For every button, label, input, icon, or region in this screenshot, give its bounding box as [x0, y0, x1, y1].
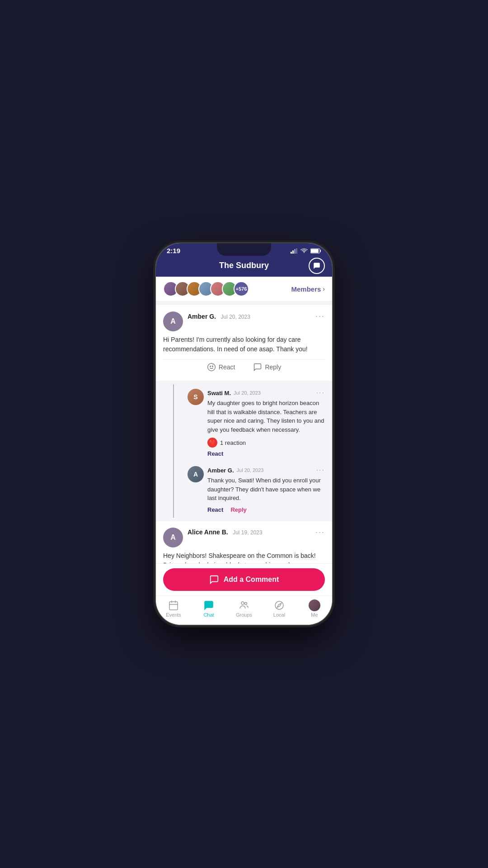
reply-1-more-button[interactable]: ···	[316, 389, 325, 397]
add-comment-button[interactable]: Add a Comment	[163, 568, 325, 591]
post-2-meta: Alice Anne B. Jul 19, 2023 ···	[188, 528, 325, 537]
post-1-meta: Amber G. Jul 20, 2023 ···	[188, 311, 325, 321]
battery-icon	[310, 248, 321, 254]
chat-nav-bubble-icon	[203, 600, 214, 611]
nav-events[interactable]: Events	[160, 599, 187, 618]
events-icon	[168, 599, 179, 611]
react-icon	[207, 363, 216, 372]
reply-2-reply-button[interactable]: Reply	[230, 506, 246, 513]
chat-bubble-icon	[313, 262, 321, 270]
post-1-reply-label: Reply	[265, 363, 281, 371]
reply-2-react-button[interactable]: React	[207, 506, 223, 513]
calendar-icon	[168, 600, 179, 611]
add-comment-label: Add a Comment	[224, 576, 279, 584]
replies-container-1: S Swati M. Jul 20, 2023 ··· My daughter …	[156, 384, 332, 518]
reply-2-content: Amber G. Jul 20, 2023 ··· Thank you, Swa…	[207, 466, 325, 513]
svg-rect-10	[169, 602, 178, 610]
reply-icon	[253, 363, 262, 372]
reply-2-text: Thank you, Swati! When did you enroll yo…	[207, 476, 325, 503]
members-button[interactable]: Members ›	[291, 285, 325, 293]
nav-me[interactable]: Me	[301, 599, 328, 618]
post-1-avatar: A	[163, 311, 183, 331]
svg-rect-0	[291, 252, 292, 254]
reply-1-text: My daughter goes to bright horizon beaco…	[207, 399, 325, 434]
me-label: Me	[311, 612, 318, 618]
post-1-more-button[interactable]: ···	[315, 311, 325, 321]
svg-rect-6	[311, 249, 319, 253]
events-label: Events	[166, 612, 181, 618]
groups-label: Groups	[236, 612, 252, 618]
chat-icon-button[interactable]	[309, 258, 325, 274]
svg-point-7	[207, 363, 215, 371]
post-2-text: Hey Neighbors! Shakespeare on the Common…	[163, 551, 325, 564]
me-avatar	[309, 599, 320, 611]
groups-icon	[238, 599, 250, 611]
post-1: A Amber G. Jul 20, 2023 ··· Hi Parents! …	[156, 305, 332, 381]
members-overflow-count: +576	[234, 281, 249, 297]
avatars-stack: +576	[163, 281, 249, 297]
post-1-text: Hi Parents! I'm currently also looking f…	[163, 335, 325, 354]
reply-1-reactions: ❤️ 1 reaction	[207, 438, 325, 448]
local-compass-icon	[274, 600, 285, 611]
svg-rect-3	[296, 248, 297, 254]
reply-1-avatar: S	[188, 389, 204, 405]
post-1-reply-button[interactable]: Reply	[253, 363, 281, 372]
reply-1-reaction-count: 1 reaction	[220, 439, 246, 446]
reply-2-date: Jul 20, 2023	[237, 467, 264, 473]
svg-point-13	[275, 601, 283, 609]
members-row: +576 Members ›	[156, 277, 332, 302]
post-2-header: A Alice Anne B. Jul 19, 2023 ···	[163, 528, 325, 547]
svg-rect-1	[292, 250, 294, 254]
app-header: The Sudbury	[156, 256, 332, 277]
chat-nav-icon	[203, 599, 215, 611]
members-label-text: Members	[291, 285, 321, 293]
comment-icon	[209, 575, 219, 585]
post-1-author: Amber G.	[188, 313, 216, 320]
groups-people-icon	[239, 600, 249, 611]
post-1-actions: React Reply	[163, 359, 325, 374]
reply-2: A Amber G. Jul 20, 2023 ··· Thank you, S…	[180, 462, 332, 518]
thread-line	[173, 384, 174, 518]
reply-1-date: Jul 20, 2023	[234, 390, 261, 396]
post-1-header: A Amber G. Jul 20, 2023 ···	[163, 311, 325, 331]
header-title: The Sudbury	[219, 261, 269, 270]
post-2-author: Alice Anne B.	[188, 528, 228, 536]
nav-chat[interactable]: Chat	[195, 599, 222, 618]
svg-point-11	[241, 602, 244, 604]
chat-label: Chat	[203, 612, 214, 618]
svg-rect-2	[294, 249, 296, 254]
reply-1-react-button[interactable]: React	[207, 450, 223, 457]
svg-point-8	[210, 366, 211, 367]
local-icon	[273, 599, 285, 611]
reply-2-avatar: A	[188, 466, 204, 482]
reply-1-content: Swati M. Jul 20, 2023 ··· My daughter go…	[207, 389, 325, 457]
comment-bar: Add a Comment	[156, 563, 332, 595]
feed: A Amber G. Jul 20, 2023 ··· Hi Parents! …	[156, 302, 332, 563]
post-1-react-label: React	[219, 363, 235, 371]
reply-1-author: Swati M.	[207, 390, 231, 396]
svg-rect-5	[320, 250, 321, 252]
me-icon	[309, 599, 320, 611]
signal-icon	[291, 248, 298, 254]
heart-reaction-icon: ❤️	[207, 438, 217, 448]
local-label: Local	[273, 612, 285, 618]
post-2-date: Jul 19, 2023	[233, 529, 262, 536]
post-1-react-button[interactable]: React	[207, 363, 235, 372]
svg-point-12	[245, 603, 247, 605]
reply-2-author: Amber G.	[207, 467, 234, 474]
post-2-more-button[interactable]: ···	[315, 528, 325, 537]
nav-local[interactable]: Local	[266, 599, 293, 618]
bottom-nav: Events Chat	[156, 595, 332, 625]
post-2: A Alice Anne B. Jul 19, 2023 ··· Hey Nei…	[156, 521, 332, 564]
post-1-date: Jul 20, 2023	[221, 314, 250, 320]
status-time: 2:19	[167, 247, 180, 255]
wifi-icon	[300, 248, 308, 254]
nav-groups[interactable]: Groups	[230, 599, 258, 618]
svg-point-9	[212, 366, 213, 367]
status-icons	[291, 248, 321, 254]
reply-2-more-button[interactable]: ···	[316, 466, 325, 474]
post-2-avatar: A	[163, 528, 183, 547]
members-chevron-icon: ›	[323, 285, 325, 292]
reply-1: S Swati M. Jul 20, 2023 ··· My daughter …	[180, 384, 332, 462]
